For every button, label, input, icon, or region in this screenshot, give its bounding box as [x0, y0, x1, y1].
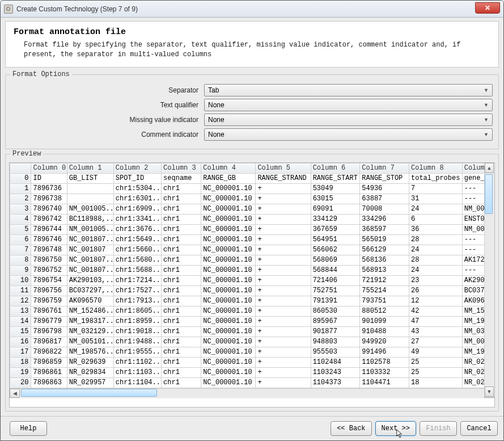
table-row[interactable]: 97896752NC_001807...chr1:5688...chr1NC_0… — [10, 265, 494, 275]
cell[interactable]: RANGE_STRAND — [256, 173, 311, 183]
cell[interactable]: 721912 — [360, 275, 409, 285]
cell[interactable]: chr1:8959... — [113, 316, 161, 326]
cell[interactable]: 334296 — [360, 214, 409, 224]
table-row[interactable]: 127896759AK096570chr1:7913...chr1NC_0000… — [10, 296, 494, 306]
cell[interactable]: NC_001807... — [67, 255, 113, 265]
cell[interactable]: 7896861 — [31, 367, 67, 377]
cell[interactable]: 568844 — [311, 265, 360, 275]
table-row[interactable]: 0IDGB_LISTSPOT_IDseqnameRANGE_GBRANGE_ST… — [10, 173, 494, 183]
table-row[interactable]: 17896736chr1:5304...chr1NC_000001.10+530… — [10, 183, 494, 194]
cell[interactable]: 568136 — [360, 255, 409, 265]
cell[interactable]: 7896754 — [31, 275, 67, 285]
cell[interactable]: 334129 — [311, 214, 360, 224]
cell[interactable]: NM_152486... — [67, 306, 113, 316]
cell[interactable]: chr1 — [162, 357, 201, 367]
cell[interactable]: ID — [31, 173, 67, 183]
cell[interactable]: NM_001005... — [67, 224, 113, 234]
scroll-left-icon[interactable]: ◀ — [10, 389, 20, 398]
cell[interactable]: 755214 — [360, 285, 409, 296]
cell[interactable]: NM_198317... — [67, 316, 113, 326]
cell[interactable]: chr1 — [162, 245, 201, 255]
table-row[interactable]: 37896740NM_001005...chr1:6909...chr1NC_0… — [10, 204, 494, 214]
table-row[interactable]: 67896746NC_001807...chr1:5649...chr1NC_0… — [10, 234, 494, 245]
table-row[interactable]: 57896744NM_001005...chr1:3676...chr1NC_0… — [10, 224, 494, 234]
cell[interactable]: NC_000001.10 — [201, 204, 256, 214]
cell[interactable]: chr1 — [162, 367, 201, 377]
table-row[interactable]: 107896754AK290103,...chr1:7214...chr1NC_… — [10, 275, 494, 285]
cell[interactable]: chr1:5304... — [113, 183, 161, 194]
cell[interactable]: chr1 — [162, 255, 201, 265]
column-header[interactable]: Column 6 — [311, 163, 360, 173]
cell[interactable]: NC_000001.10 — [201, 306, 256, 316]
cell[interactable]: NC_001807... — [67, 234, 113, 245]
cell[interactable]: NC_000001.10 — [201, 214, 256, 224]
cell[interactable]: + — [256, 285, 311, 296]
cell[interactable]: 36 — [409, 224, 463, 234]
cell[interactable]: 25 — [409, 367, 463, 377]
cell[interactable]: NC_000001.10 — [201, 316, 256, 326]
cell[interactable]: chr1:7913... — [113, 296, 161, 306]
cell[interactable]: 54936 — [360, 183, 409, 194]
cell[interactable]: chr1 — [162, 285, 201, 296]
cell[interactable]: + — [256, 265, 311, 275]
cell[interactable]: 7896756 — [31, 285, 67, 296]
cell[interactable]: 367659 — [311, 224, 360, 234]
cell[interactable]: 721406 — [311, 275, 360, 285]
cell[interactable]: 1102484 — [311, 357, 360, 367]
horizontal-scroll-track[interactable] — [20, 389, 484, 398]
cell[interactable]: NC_000001.10 — [201, 224, 256, 234]
cell[interactable]: NC_000001.10 — [201, 326, 256, 337]
cell[interactable]: NC_000001.10 — [201, 357, 256, 367]
cell[interactable]: BC037297,... — [67, 285, 113, 296]
cell[interactable] — [67, 194, 113, 204]
cell[interactable]: chr1 — [162, 194, 201, 204]
cell[interactable]: chr1:6301... — [113, 194, 161, 204]
cell[interactable]: 70008 — [360, 204, 409, 214]
cell[interactable]: 25 — [409, 357, 463, 367]
cell[interactable]: NC_000001.10 — [201, 337, 256, 347]
cell[interactable]: + — [256, 357, 311, 367]
column-header[interactable]: Column 5 — [256, 163, 311, 173]
cell[interactable]: 43 — [409, 326, 463, 337]
cell[interactable]: chr1 — [162, 347, 201, 357]
cell[interactable]: NM_005101... — [67, 337, 113, 347]
cell[interactable]: chr1:9018... — [113, 326, 161, 337]
cell[interactable]: 1103332 — [360, 367, 409, 377]
help-button[interactable]: Help — [10, 421, 47, 436]
cell[interactable]: + — [256, 245, 311, 255]
cell[interactable]: + — [256, 214, 311, 224]
cell[interactable]: RANGE_START — [311, 173, 360, 183]
cell[interactable]: seqname — [162, 173, 201, 183]
cell[interactable]: chr1:1104... — [113, 377, 161, 388]
cell[interactable]: NC_000001.10 — [201, 347, 256, 357]
table-row[interactable]: 167896817NM_005101...chr1:9488...chr1NC_… — [10, 337, 494, 347]
cell[interactable]: NC_000001.10 — [201, 296, 256, 306]
cell[interactable]: AK096570 — [67, 296, 113, 306]
cell[interactable]: 18 — [409, 377, 463, 388]
cell[interactable]: 63887 — [360, 194, 409, 204]
table-row[interactable]: 27896738chr1:6301...chr1NC_000001.10+630… — [10, 194, 494, 204]
cell[interactable]: chr1:5660... — [113, 245, 161, 255]
cell[interactable]: chr1 — [162, 204, 201, 214]
vertical-scroll-track[interactable] — [485, 173, 494, 387]
comment-indicator-select[interactable]: None ▼ — [204, 128, 493, 141]
table-row[interactable]: 47896742BC118988,...chr1:3341...chr1NC_0… — [10, 214, 494, 224]
cell[interactable]: 949920 — [360, 337, 409, 347]
cell[interactable]: 7896738 — [31, 194, 67, 204]
cell[interactable]: 24 — [409, 245, 463, 255]
cell[interactable] — [67, 183, 113, 194]
cell[interactable]: chr1 — [162, 337, 201, 347]
cell[interactable]: + — [256, 316, 311, 326]
cell[interactable]: 901877 — [311, 326, 360, 337]
cell[interactable]: chr1 — [162, 214, 201, 224]
cell[interactable]: 27 — [409, 337, 463, 347]
cell[interactable]: chr1 — [162, 224, 201, 234]
close-button[interactable]: ✕ — [475, 2, 500, 14]
cell[interactable]: 1102578 — [360, 357, 409, 367]
cell[interactable]: 566129 — [360, 245, 409, 255]
cell[interactable]: 568913 — [360, 265, 409, 275]
cell[interactable]: chr1 — [162, 275, 201, 285]
cell[interactable]: chr1 — [162, 316, 201, 326]
cell[interactable]: + — [256, 306, 311, 316]
column-header[interactable]: Column 8 — [409, 163, 463, 173]
